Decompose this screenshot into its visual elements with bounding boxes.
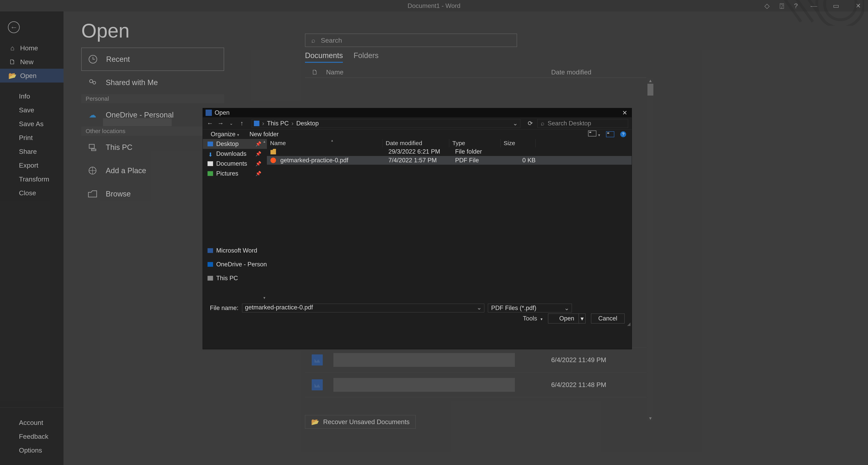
pc-icon	[87, 142, 98, 153]
nav-history-icon[interactable]: ⌄	[228, 121, 235, 126]
column-date[interactable]: Date modified	[382, 139, 449, 147]
organize-button[interactable]: Organize ▾	[211, 131, 239, 138]
column-name[interactable]: Name▴	[267, 139, 382, 147]
sidebar-item-print[interactable]: Print	[0, 131, 64, 145]
column-date[interactable]: Date modified	[551, 68, 591, 76]
tree-item-this-pc[interactable]: This PC	[203, 273, 267, 283]
recover-label: Recover Unsaved Documents	[323, 418, 409, 426]
refresh-icon[interactable]: ⟳	[527, 120, 534, 127]
svg-point-3	[90, 80, 93, 83]
file-size: 0 KB	[506, 157, 536, 164]
new-folder-button[interactable]: New folder	[249, 131, 279, 138]
dialog-search-input[interactable]: ⌕ Search Desktop	[537, 119, 628, 128]
sidebar-item-close[interactable]: Close	[0, 186, 64, 200]
crumb-this-pc[interactable]: This PC	[267, 120, 289, 127]
sidebar-item-export[interactable]: Export	[0, 158, 64, 172]
search-input[interactable]: ⌕ Search	[305, 34, 517, 47]
dialog-close-button[interactable]: ✕	[618, 108, 632, 117]
filename-input[interactable]: getmarked-practice-0.pdf ⌄	[242, 304, 484, 312]
view-mode-button[interactable]: ▾	[588, 130, 600, 138]
location-recent[interactable]: Recent	[81, 48, 224, 71]
crumb-desktop[interactable]: Desktop	[296, 120, 319, 127]
diamond-icon[interactable]: ◇	[765, 2, 770, 10]
open-button[interactable]: Open ▾	[548, 314, 586, 323]
documents-icon	[208, 161, 213, 166]
tools-dropdown[interactable]: Tools ▾	[523, 315, 542, 322]
tab-folders[interactable]: Folders	[353, 51, 378, 63]
resize-grip-icon[interactable]: ◢	[627, 321, 630, 327]
sidebar-item-account[interactable]: Account	[0, 416, 64, 430]
search-placeholder: Search	[321, 36, 342, 44]
file-date: 7/4/2022 1:57 PM	[389, 157, 455, 164]
scroll-down-icon[interactable]: ▼	[647, 415, 653, 422]
file-icon: 🗋	[312, 68, 318, 76]
tree-item-onedrive[interactable]: OneDrive - Person	[203, 259, 267, 269]
open-split-icon[interactable]: ▾	[579, 314, 585, 323]
file-row-pdf[interactable]: getmarked-practice-0.pdf 7/4/2022 1:57 P…	[267, 156, 632, 165]
tree-item-downloads[interactable]: ⬇Downloads📌	[203, 149, 267, 159]
svg-point-4	[93, 81, 96, 84]
scroll-up-icon: ▴	[264, 139, 265, 144]
nav-back-icon[interactable]: ←	[206, 120, 213, 127]
column-name[interactable]: Name	[326, 68, 343, 76]
tree-item-desktop[interactable]: Desktop📌	[203, 139, 267, 149]
help-icon[interactable]: ?	[620, 131, 626, 137]
recent-file-row[interactable]: 6/4/2022 11:48 PM	[305, 372, 646, 397]
pin-icon[interactable]: 📌	[255, 141, 261, 147]
tree-item-documents[interactable]: Documents📌	[203, 159, 267, 169]
tree-scrollbar[interactable]: ▴▾	[262, 139, 267, 300]
location-label: Browse	[106, 190, 131, 198]
pin-icon[interactable]: 📌	[255, 171, 261, 176]
sidebar-item-home[interactable]: ⌂Home	[0, 41, 64, 55]
globe-plus-icon	[87, 165, 98, 176]
location-shared[interactable]: Shared with Me	[81, 71, 224, 94]
sidebar-item-transform[interactable]: Transform	[0, 172, 64, 186]
recover-unsaved-button[interactable]: 📂 Recover Unsaved Documents	[305, 415, 416, 429]
scroll-up-icon[interactable]: ▲	[647, 78, 653, 84]
sidebar-item-saveas[interactable]: Save As	[0, 117, 64, 131]
preview-pane-icon[interactable]	[606, 131, 614, 137]
tree-item-blank[interactable]	[203, 182, 267, 192]
scroll-thumb[interactable]	[647, 84, 653, 95]
word-icon	[208, 248, 213, 253]
sidebar-item-info[interactable]: Info	[0, 89, 64, 103]
column-type[interactable]: Type	[449, 139, 500, 147]
cancel-button[interactable]: Cancel	[591, 314, 625, 323]
home-icon: ⌂	[9, 44, 16, 52]
pin-icon[interactable]: 📌	[255, 151, 261, 156]
sidebar-item-options[interactable]: Options	[0, 443, 64, 457]
sidebar-item-new[interactable]: 🗋New	[0, 55, 64, 69]
recent-scrollbar[interactable]: ▲ ▼	[647, 78, 653, 422]
breadcrumb-bar[interactable]: › This PC › Desktop ⌄	[252, 119, 520, 128]
nav-up-icon[interactable]: ↑	[238, 120, 245, 127]
svg-point-1	[825, 0, 856, 20]
crumb-dropdown-icon[interactable]: ⌄	[513, 120, 518, 127]
nav-forward-icon[interactable]: →	[217, 120, 224, 127]
sidebar-item-save[interactable]: Save	[0, 103, 64, 117]
tree-item-pictures[interactable]: Pictures📌	[203, 169, 267, 178]
recent-file-date: 6/4/2022 11:49 PM	[551, 356, 606, 364]
tree-item-ms-word[interactable]: Microsoft Word	[203, 245, 267, 256]
dialog-title: Open	[215, 109, 229, 116]
tab-documents[interactable]: Documents	[305, 51, 343, 63]
column-size[interactable]: Size	[500, 139, 536, 147]
chevron-down-icon[interactable]: ⌄	[476, 304, 482, 311]
dialog-nav-bar: ← → ⌄ ↑ › This PC › Desktop ⌄ ⟳ ⌕ Search…	[203, 117, 632, 129]
desktop-icon	[208, 142, 213, 146]
pictures-icon	[208, 171, 213, 176]
sidebar-item-feedback[interactable]: Feedback	[0, 430, 64, 443]
back-button[interactable]: ←	[8, 21, 20, 33]
tree-item-blank[interactable]	[203, 192, 267, 202]
chevron-down-icon: ▾	[598, 133, 600, 137]
file-type-filter[interactable]: PDF Files (*.pdf) ⌄	[488, 304, 572, 312]
recent-file-row[interactable]: 6/4/2022 11:49 PM	[305, 348, 646, 372]
file-name: getmarked-practice-0.pdf	[280, 157, 389, 164]
list-view-icon	[588, 130, 596, 137]
pin-icon[interactable]: 📌	[255, 161, 261, 167]
sidebar-item-open[interactable]: 📂Open	[0, 69, 64, 83]
sidebar-item-share[interactable]: Share	[0, 145, 64, 158]
chevron-down-icon[interactable]: ⌄	[564, 304, 569, 312]
file-row-folder[interactable]: 29/3/2022 6:21 PM File folder	[267, 147, 632, 156]
location-label: This PC	[106, 143, 132, 152]
search-icon: ⌕	[311, 36, 315, 44]
